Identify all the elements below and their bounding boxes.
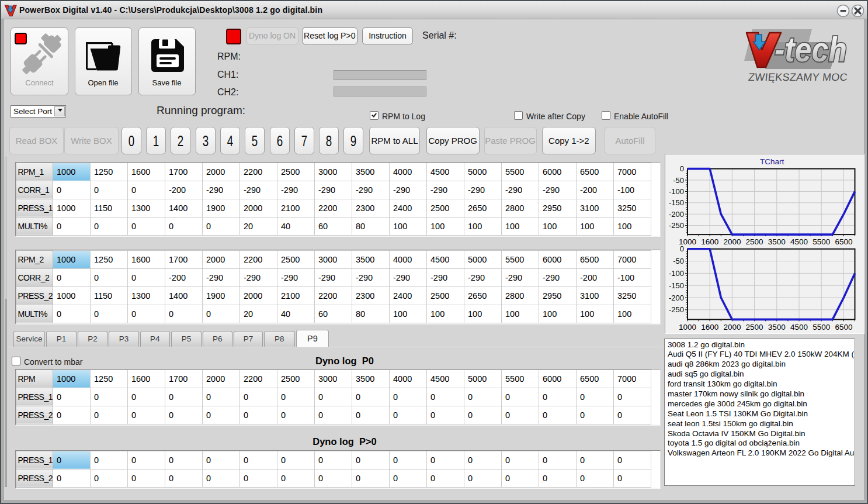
svg-text:-50: -50 xyxy=(673,176,684,185)
svg-text:1600: 1600 xyxy=(701,237,718,246)
svg-text:3500: 3500 xyxy=(768,323,786,332)
svg-text:1000: 1000 xyxy=(679,323,696,332)
svg-text:2500: 2500 xyxy=(746,323,763,332)
svg-text:5500: 5500 xyxy=(813,323,830,332)
svg-text:TChart: TChart xyxy=(760,157,784,166)
svg-text:5500: 5500 xyxy=(813,237,830,246)
svg-text:6500: 6500 xyxy=(835,237,852,246)
svg-text:-100: -100 xyxy=(669,269,684,278)
svg-text:-100: -100 xyxy=(669,187,684,196)
svg-text:-tech: -tech xyxy=(775,30,847,69)
svg-text:2000: 2000 xyxy=(723,237,741,246)
svg-text:-250: -250 xyxy=(669,305,684,314)
svg-text:-200: -200 xyxy=(669,210,684,219)
svg-text:0: 0 xyxy=(680,244,684,253)
svg-text:2500: 2500 xyxy=(746,237,763,246)
svg-text:-250: -250 xyxy=(669,221,684,230)
svg-text:2000: 2000 xyxy=(723,323,741,332)
svg-text:-200: -200 xyxy=(669,294,684,302)
svg-text:1600: 1600 xyxy=(701,323,718,332)
svg-text:-50: -50 xyxy=(673,257,684,265)
svg-text:4500: 4500 xyxy=(790,323,808,332)
svg-text:6500: 6500 xyxy=(835,323,852,332)
svg-text:0: 0 xyxy=(680,164,684,173)
svg-text:-150: -150 xyxy=(669,198,684,207)
svg-text:-150: -150 xyxy=(669,281,684,290)
svg-text:4500: 4500 xyxy=(790,237,808,246)
svg-text:3500: 3500 xyxy=(768,237,786,246)
